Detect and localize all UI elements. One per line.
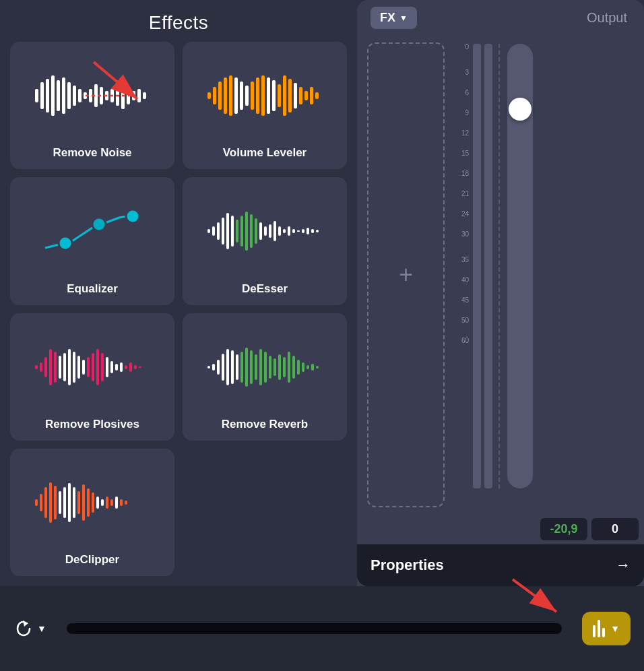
meter-bars [473, 44, 493, 488]
svg-rect-96 [212, 364, 215, 371]
volume-leveler-icon [189, 52, 340, 139]
svg-rect-77 [59, 356, 61, 379]
svg-rect-120 [40, 494, 42, 511]
volume-leveler-label: Volume Leveler [223, 146, 307, 160]
add-fx-slot[interactable]: + [367, 42, 445, 507]
bottom-bar: ▼ ▼ [0, 586, 644, 671]
svg-rect-100 [231, 350, 234, 384]
equalizer-label: Equalizer [67, 282, 118, 296]
svg-rect-30 [240, 82, 243, 110]
remove-noise-icon [17, 52, 168, 139]
svg-rect-133 [101, 499, 104, 506]
svg-rect-91 [125, 365, 127, 369]
svg-rect-57 [250, 214, 253, 248]
svg-rect-22 [143, 92, 146, 99]
properties-bar[interactable]: Properties → [357, 544, 644, 586]
svg-rect-127 [73, 487, 75, 518]
effect-card-remove-reverb[interactable]: Remove Reverb [183, 313, 347, 441]
effect-card-volume-leveler[interactable]: Volume Leveler [183, 42, 347, 169]
scale-24: 24 [451, 211, 469, 218]
right-panel: FX ▼ Output + 0 3 6 9 12 15 18 [357, 0, 644, 586]
svg-rect-101 [236, 354, 238, 380]
svg-rect-138 [125, 501, 127, 505]
svg-rect-70 [311, 229, 314, 233]
effect-card-remove-plosives[interactable]: Remove Plosives [10, 313, 174, 441]
meter-values-row: -20,9 0 [357, 514, 644, 544]
svg-rect-126 [68, 483, 71, 522]
equalizer-icon [17, 187, 168, 275]
svg-rect-123 [54, 486, 57, 519]
svg-rect-6 [57, 80, 60, 111]
svg-rect-40 [294, 83, 297, 108]
svg-rect-44 [315, 92, 319, 99]
effect-card-remove-noise[interactable]: Remove Noise [10, 42, 174, 169]
svg-rect-92 [129, 362, 132, 372]
declipper-icon [17, 459, 168, 546]
svg-rect-121 [44, 487, 47, 518]
svg-rect-81 [77, 356, 80, 379]
scale-60: 60 [451, 338, 469, 344]
timeline-bar[interactable] [67, 623, 562, 634]
remove-plosives-icon [17, 323, 168, 411]
properties-arrow-icon: → [616, 556, 631, 574]
effects-grid: Remove Noise [10, 42, 347, 576]
meter-bar-left [473, 44, 481, 488]
svg-rect-119 [35, 499, 38, 506]
svg-rect-56 [245, 212, 248, 251]
svg-rect-55 [240, 216, 243, 247]
svg-rect-107 [264, 352, 267, 383]
svg-rect-48 [207, 229, 210, 233]
properties-label: Properties [371, 556, 444, 574]
svg-rect-25 [213, 87, 216, 104]
effect-card-declipper[interactable]: DeClipper [10, 449, 174, 576]
svg-rect-83 [87, 357, 90, 377]
svg-rect-27 [224, 77, 227, 114]
eq-button[interactable]: ▼ [582, 612, 631, 645]
remove-reverb-label: Remove Reverb [222, 418, 309, 431]
replay-dropdown-arrow-icon[interactable]: ▼ [37, 623, 46, 634]
output-slider-track[interactable] [507, 44, 533, 488]
svg-rect-86 [101, 353, 104, 381]
svg-rect-106 [259, 349, 262, 385]
scale-18: 18 [451, 170, 469, 177]
svg-rect-64 [283, 229, 286, 233]
svg-rect-117 [311, 364, 314, 371]
svg-rect-9 [73, 86, 76, 106]
eq-bar-2 [598, 620, 600, 637]
scale-45: 45 [451, 297, 469, 304]
svg-rect-74 [44, 357, 47, 377]
effect-card-deesser[interactable]: DeEsser [183, 177, 347, 305]
fx-button[interactable]: FX ▼ [371, 7, 417, 29]
declipper-label: DeClipper [65, 553, 119, 567]
svg-rect-118 [316, 366, 319, 369]
output-label: Output [587, 10, 627, 26]
svg-rect-105 [255, 354, 257, 380]
svg-rect-73 [40, 362, 42, 372]
scale-3: 3 [451, 69, 469, 76]
replay-button[interactable]: ▼ [13, 618, 46, 639]
scale-9: 9 [451, 110, 469, 117]
svg-rect-49 [212, 226, 215, 236]
svg-rect-20 [132, 91, 135, 100]
svg-point-46 [92, 218, 106, 231]
effect-card-equalizer[interactable]: Equalizer [10, 177, 174, 305]
svg-rect-109 [273, 358, 276, 376]
svg-rect-113 [292, 356, 295, 379]
remove-noise-label: Remove Noise [53, 146, 131, 160]
svg-rect-125 [63, 487, 66, 518]
svg-rect-37 [278, 84, 281, 107]
eq-dropdown-arrow-icon[interactable]: ▼ [610, 623, 620, 634]
svg-rect-8 [67, 82, 71, 109]
svg-rect-62 [273, 221, 276, 241]
add-fx-plus-icon: + [399, 263, 413, 287]
output-slider[interactable] [507, 44, 533, 488]
svg-rect-68 [302, 229, 304, 233]
svg-rect-110 [278, 354, 281, 380]
svg-rect-29 [234, 77, 238, 114]
output-slider-thumb[interactable] [509, 98, 532, 121]
svg-rect-79 [68, 349, 71, 385]
svg-rect-50 [217, 222, 220, 240]
svg-rect-59 [259, 222, 262, 240]
svg-rect-75 [49, 349, 52, 385]
svg-rect-87 [106, 357, 108, 377]
